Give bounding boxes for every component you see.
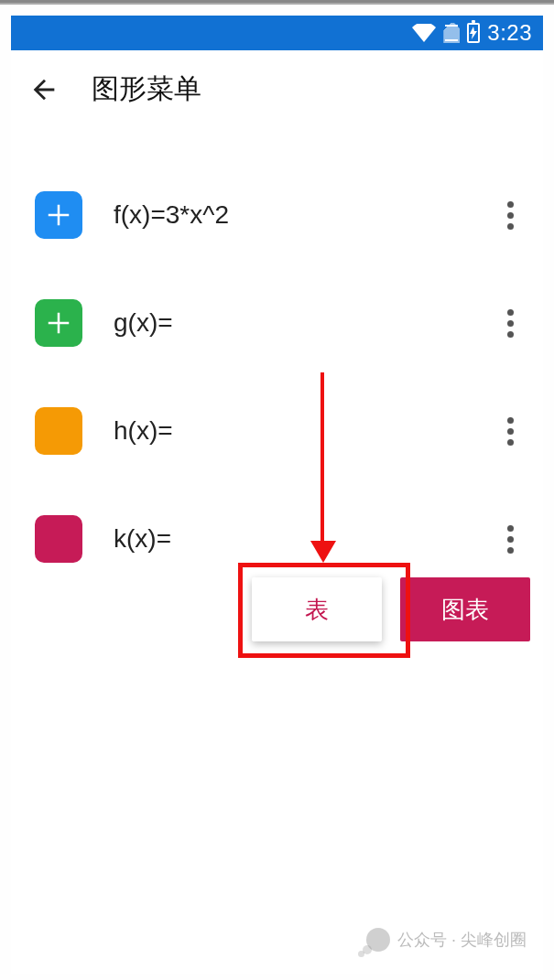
sim-icon — [443, 23, 460, 43]
more-options-button[interactable] — [490, 195, 530, 235]
function-label: g(x)= — [114, 308, 490, 338]
function-color-box[interactable] — [35, 299, 82, 347]
wechat-icon — [366, 928, 390, 952]
watermark-text: 公众号 · 尖峰创圈 — [397, 929, 527, 951]
more-vertical-icon — [507, 525, 514, 554]
arrow-left-icon — [28, 74, 60, 105]
wifi-icon — [412, 24, 436, 42]
function-list: f(x)=3*x^2g(x)=h(x)=k(x)= — [11, 128, 543, 593]
plus-icon — [45, 309, 72, 337]
more-options-button[interactable] — [490, 303, 530, 343]
function-color-box[interactable] — [35, 407, 82, 455]
function-label: k(x)= — [114, 524, 490, 554]
app-bar: 图形菜单 — [11, 50, 543, 128]
function-item[interactable]: h(x)= — [11, 377, 543, 485]
more-options-button[interactable] — [490, 411, 530, 451]
chart-button[interactable]: 图表 — [400, 577, 530, 641]
plus-icon — [45, 201, 72, 229]
table-button[interactable]: 表 — [252, 577, 382, 641]
more-vertical-icon — [507, 309, 514, 338]
more-vertical-icon — [507, 417, 514, 446]
function-color-box[interactable] — [35, 191, 82, 239]
phone-frame: 3:23 图形菜单 f(x)=3*x^2g(x)=h(x)=k(x)= 表 图表… — [0, 5, 554, 980]
function-color-box[interactable] — [35, 515, 82, 563]
back-button[interactable] — [24, 70, 64, 110]
page-title: 图形菜单 — [92, 70, 201, 108]
status-bar: 3:23 — [11, 16, 543, 50]
more-vertical-icon — [507, 201, 514, 230]
mode-button-row: 表 图表 — [252, 577, 530, 641]
function-item[interactable]: g(x)= — [11, 269, 543, 377]
more-options-button[interactable] — [490, 519, 530, 559]
status-clock: 3:23 — [487, 20, 532, 46]
watermark: 公众号 · 尖峰创圈 — [366, 928, 527, 952]
function-item[interactable]: f(x)=3*x^2 — [11, 161, 543, 269]
battery-charging-icon — [467, 23, 480, 43]
function-label: h(x)= — [114, 416, 490, 446]
function-label: f(x)=3*x^2 — [114, 200, 490, 230]
